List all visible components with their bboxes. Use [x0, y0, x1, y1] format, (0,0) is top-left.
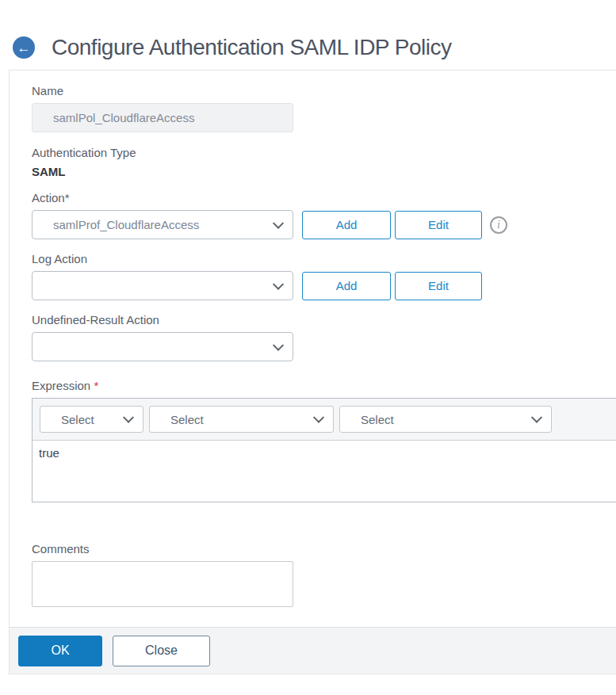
chevron-down-icon	[273, 339, 284, 350]
back-button[interactable]: ←	[13, 36, 35, 59]
page-header: ← Configure Authentication SAML IDP Poli…	[0, 0, 616, 70]
auth-type-label: Authentication Type	[32, 146, 616, 159]
undefined-result-action-label: Undefined-Result Action	[32, 313, 616, 326]
auth-type-group: Authentication Type SAML	[32, 146, 616, 178]
log-action-add-button[interactable]: Add	[302, 272, 391, 300]
log-action-group: Log Action Add Edit	[32, 252, 616, 300]
page-title: Configure Authentication SAML IDP Policy	[52, 35, 452, 60]
comments-group: Comments	[32, 542, 616, 610]
config-form: Name Authentication Type SAML Action* sa…	[10, 71, 616, 610]
action-add-button[interactable]: Add	[302, 211, 391, 239]
chevron-down-icon	[531, 412, 542, 423]
required-asterisk: *	[94, 379, 98, 392]
log-action-dropdown[interactable]	[32, 271, 293, 300]
comments-label: Comments	[32, 542, 616, 556]
expression-select-operator-3[interactable]: Select	[339, 406, 552, 433]
expression-input[interactable]: true	[33, 441, 616, 502]
name-label: Name	[32, 84, 616, 97]
log-action-label: Log Action	[32, 252, 616, 265]
config-panel: Name Authentication Type SAML Action* sa…	[9, 70, 616, 674]
chevron-down-icon	[123, 412, 134, 423]
undefined-result-action-group: Undefined-Result Action	[32, 313, 616, 361]
action-label: Action*	[32, 191, 616, 204]
ok-button[interactable]: OK	[18, 636, 102, 666]
log-action-edit-button[interactable]: Edit	[395, 272, 482, 300]
chevron-down-icon	[313, 412, 324, 423]
name-input[interactable]	[32, 103, 293, 132]
auth-type-value: SAML	[32, 165, 616, 178]
chevron-down-icon	[273, 217, 284, 228]
action-dropdown-value: samlProf_CloudflareAccess	[53, 218, 199, 231]
name-field-group: Name	[32, 84, 616, 132]
expression-toolbar: Select Select Select	[33, 399, 616, 441]
expression-label: Expression *	[32, 379, 616, 392]
chevron-down-icon	[273, 278, 284, 289]
action-dropdown[interactable]: samlProf_CloudflareAccess	[32, 210, 293, 239]
expression-select-operator-1[interactable]: Select	[40, 406, 143, 433]
expression-editor: Select Select Select true	[32, 398, 616, 502]
arrow-left-icon: ←	[17, 41, 31, 55]
action-edit-button[interactable]: Edit	[395, 211, 482, 239]
undefined-result-action-dropdown[interactable]	[32, 332, 293, 361]
close-button[interactable]: Close	[113, 636, 210, 666]
comments-input[interactable]	[32, 561, 293, 607]
info-icon[interactable]: i	[490, 216, 507, 234]
panel-footer: OK Close	[10, 627, 616, 674]
expression-group: Expression * Select Select Select	[32, 379, 616, 502]
expression-select-operator-2[interactable]: Select	[149, 406, 334, 433]
action-field-group: Action* samlProf_CloudflareAccess Add Ed…	[32, 191, 616, 239]
